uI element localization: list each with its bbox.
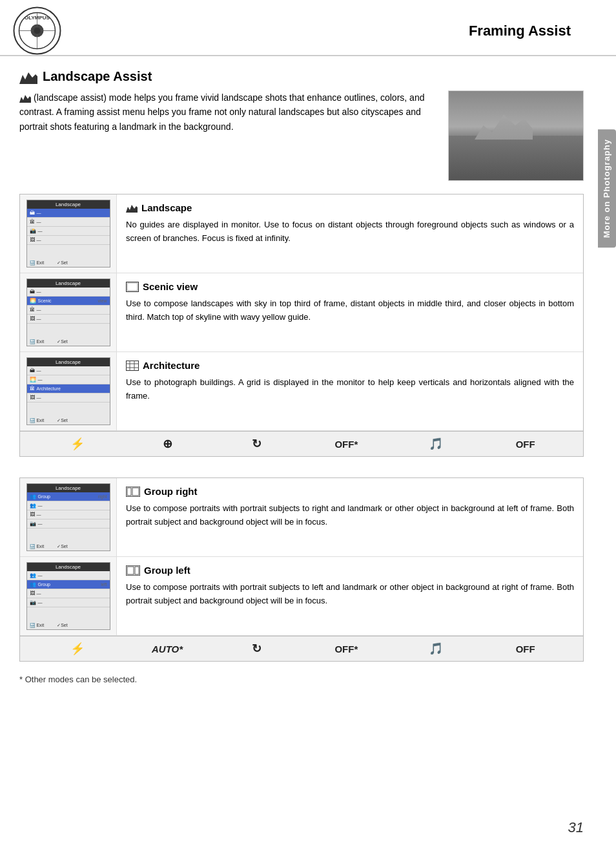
landscape-inline-icon: [19, 94, 31, 103]
landscape-modes-box: Landscape 🏔 — 🏛 — 📸 — 🖼: [19, 194, 584, 457]
group-modes-box: Landscape 👥 Group right 👥 — 🖼 —: [19, 477, 584, 662]
section-heading: Landscape Assist: [43, 69, 152, 84]
status2-auto: AUTO*: [123, 644, 212, 655]
status-focus: ⊕: [123, 437, 212, 451]
arch-mode-icon: [126, 361, 139, 371]
status-timer: ↻: [212, 437, 302, 451]
group-left-heading: Group left: [126, 565, 574, 576]
landscape-description: Landscape No guides are displayed in mon…: [117, 194, 583, 273]
landscape-text: No guides are displayed in monitor. Use …: [126, 218, 574, 246]
group-right-menu-screenshot: Landscape 👥 Group right 👥 — 🖼 —: [20, 478, 117, 556]
flash-icon: ⚡: [70, 437, 85, 450]
svg-rect-11: [127, 283, 138, 291]
landscape-title-icon: [19, 70, 37, 84]
status2-off1: OFF*: [302, 644, 391, 655]
intro-text-content: (landscape assist) mode helps you frame …: [19, 92, 424, 132]
scenic-text: Use to compose landscapes with sky in to…: [126, 297, 574, 324]
flash2-icon: ⚡: [70, 642, 85, 655]
main-content: Landscape Assist (landscape assist) mode…: [0, 56, 616, 697]
architecture-description: Architecture Use to photograph buildings…: [117, 352, 583, 430]
architecture-menu-screenshot: Landscape 🏔 — 🌅 — 🏛 Architecture 🖼: [20, 352, 117, 430]
brand-logo: OLYMPUS: [13, 6, 61, 55]
audio2-icon: 🎵: [429, 642, 443, 655]
status-bar-2: ⚡ AUTO* ↻ OFF* 🎵 OFF: [20, 636, 583, 661]
group-right-mode-row: Landscape 👥 Group right 👥 — 🖼 —: [20, 478, 583, 557]
svg-rect-21: [127, 567, 134, 574]
svg-marker-9: [126, 205, 138, 213]
status-off1: OFF*: [302, 439, 391, 450]
scenic-menu-screenshot: Landscape 🏔 — 🌅 Scenic view 🏛 —: [20, 273, 117, 351]
group-right-description: Group right Use to compose portraits wit…: [117, 478, 583, 556]
scenic-description: Scenic view Use to compose landscapes wi…: [117, 273, 583, 351]
scenic-mode-icon: [126, 282, 139, 292]
architecture-text: Use to photograph buildings. A grid is d…: [126, 376, 574, 403]
footer-note: * Other modes can be selected.: [19, 675, 584, 684]
group-right-heading: Group right: [126, 486, 574, 497]
group-left-description: Group left Use to compose portraits with…: [117, 557, 583, 635]
svg-rect-19: [132, 488, 139, 496]
svg-point-6: [34, 28, 41, 34]
svg-rect-18: [127, 488, 131, 496]
status-off2: OFF: [480, 439, 570, 450]
landscape-photo: [448, 90, 584, 181]
status2-audio: 🎵: [391, 642, 481, 656]
architecture-mode-row: Landscape 🏔 — 🌅 — 🏛 Architecture 🖼: [20, 352, 583, 431]
status2-flash: ⚡: [33, 642, 123, 656]
status2-timer: ↻: [212, 642, 302, 656]
intro-area: (landscape assist) mode helps you frame …: [19, 90, 584, 181]
svg-rect-22: [135, 567, 139, 574]
timer2-icon: ↻: [252, 642, 262, 655]
landscape-heading: Landscape: [126, 202, 574, 213]
status2-off2: OFF: [480, 644, 570, 655]
audio-icon: 🎵: [429, 437, 443, 450]
group-right-text: Use to compose portraits with portrait s…: [126, 502, 574, 529]
group-left-icon: [126, 565, 140, 576]
page-number: 31: [568, 819, 584, 836]
svg-marker-8: [19, 95, 31, 103]
side-tab-label: More on Photography: [598, 129, 616, 247]
scenic-heading: Scenic view: [126, 281, 574, 292]
status-bar-1: ⚡ ⊕ ↻ OFF* 🎵 OFF: [20, 431, 583, 456]
group-left-text: Use to compose portraits with portrait s…: [126, 581, 574, 608]
architecture-heading: Architecture: [126, 360, 574, 371]
landscape-mode-icon: [126, 204, 138, 213]
status-audio: 🎵: [391, 437, 481, 451]
focus-icon: ⊕: [163, 437, 172, 450]
page-title: Framing Assist: [469, 23, 603, 39]
landscape-mode-row: Landscape 🏔 — 🏛 — 📸 — 🖼: [20, 194, 583, 273]
page-header: OLYMPUS Framing Assist: [0, 0, 616, 56]
svg-rect-12: [126, 361, 139, 371]
status-flash: ⚡: [33, 437, 123, 451]
section-divider: [19, 470, 584, 477]
svg-marker-7: [19, 72, 37, 84]
group-left-mode-row: Landscape 👥 — 👥 Group left 🖼 —: [20, 557, 583, 636]
landscape-menu-screenshot: Landscape 🏔 — 🏛 — 📸 — 🖼: [20, 194, 117, 273]
group-right-icon: [126, 487, 140, 497]
scenic-mode-row: Landscape 🏔 — 🌅 Scenic view 🏛 —: [20, 273, 583, 352]
timer-icon: ↻: [252, 437, 262, 450]
intro-paragraph: (landscape assist) mode helps you frame …: [19, 90, 435, 134]
section-title: Landscape Assist: [19, 69, 584, 84]
group-left-menu-screenshot: Landscape 👥 — 👥 Group left 🖼 —: [20, 557, 117, 635]
